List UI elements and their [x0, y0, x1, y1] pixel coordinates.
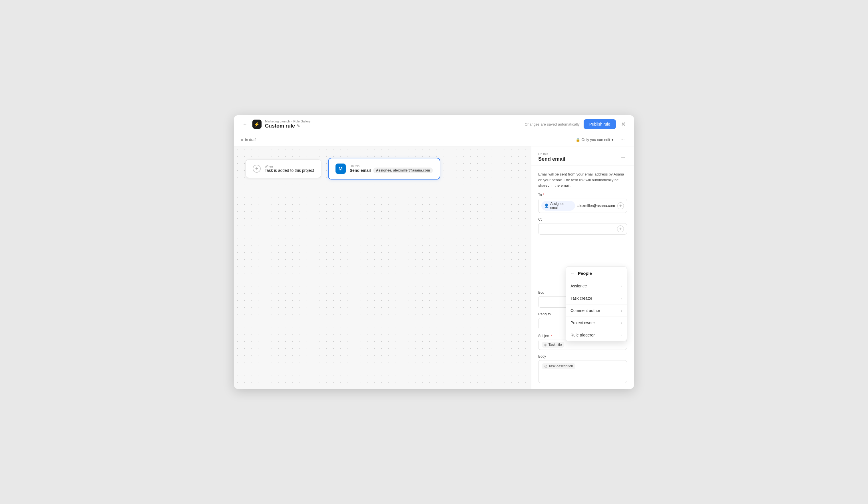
do-this-label: Do this: [350, 164, 433, 168]
task-desc-label: Task description: [548, 364, 573, 368]
right-panel: Do this Send email → Email will be sent …: [531, 146, 634, 389]
task-desc-tag: ◎ Task description: [542, 363, 575, 369]
chevron-right-icon: ›: [621, 321, 622, 325]
panel-title: Send email: [538, 156, 565, 162]
body-field[interactable]: ◎ Task description: [538, 360, 627, 383]
dropdown-header: ← People: [566, 266, 627, 280]
close-button[interactable]: ✕: [620, 119, 627, 129]
canvas: + When Task is added to this project M D…: [234, 146, 531, 389]
panel-do-this-label: Do this: [538, 152, 565, 156]
edit-icon[interactable]: ✎: [297, 124, 300, 128]
main-area: + When Task is added to this project M D…: [234, 146, 634, 389]
assignee-option-label: Assignee: [570, 284, 587, 288]
lightning-icon: ⚡: [252, 119, 261, 129]
breadcrumb: Marketing Launch › Rule Gallery: [265, 119, 311, 123]
publish-button[interactable]: Publish rule: [583, 119, 616, 129]
dropdown-item-task-creator[interactable]: Task creator ›: [566, 292, 627, 305]
when-add-icon[interactable]: +: [253, 165, 261, 173]
auto-save-text: Changes are saved automatically: [525, 122, 580, 126]
to-field-group: To 👤 Assignee email alexmiller@asana.com…: [538, 193, 627, 213]
chevron-right-icon: ›: [621, 333, 622, 337]
more-options-button[interactable]: ···: [618, 136, 627, 144]
to-add-button[interactable]: +: [617, 202, 624, 209]
chevron-down-icon: ▾: [612, 138, 613, 142]
draft-indicator: In draft: [241, 138, 256, 142]
body-label: Body: [538, 355, 627, 358]
cc-label: Cc: [538, 218, 627, 221]
task-icon: ◎: [544, 343, 547, 347]
toolbar-right: 🔒 Only you can edit ▾ ···: [574, 136, 627, 144]
header: ← ⚡ Marketing Launch › Rule Gallery Cust…: [234, 115, 634, 133]
project-owner-option-label: Project owner: [570, 321, 595, 325]
toolbar: In draft 🔒 Only you can edit ▾ ···: [234, 133, 634, 146]
dropdown-back-button[interactable]: ←: [570, 271, 575, 276]
cc-field-group: Cc +: [538, 218, 627, 234]
when-value: Task is added to this project: [265, 168, 314, 173]
chevron-right-icon: ›: [621, 308, 622, 313]
app-icon: M: [335, 164, 346, 174]
outlook-icon: M: [338, 166, 343, 172]
draft-dot: [241, 139, 243, 141]
people-dropdown: ← People Assignee › Task creator › Comme…: [566, 266, 627, 341]
task-title-label: Task title: [548, 343, 562, 347]
permission-label: Only you can edit: [582, 138, 610, 142]
rule-flow: + When Task is added to this project M D…: [246, 158, 520, 179]
when-card[interactable]: + When Task is added to this project: [246, 159, 321, 178]
header-right: Changes are saved automatically Publish …: [525, 119, 627, 129]
task-title-tag: ◎ Task title: [542, 342, 564, 348]
do-this-text: Do this Send email Assignee, alexmiller@…: [350, 164, 433, 173]
rule-triggerer-option-label: Rule triggerer: [570, 333, 595, 337]
panel-header: Do this Send email →: [531, 146, 634, 166]
assignee-email-label: Assignee email: [550, 202, 572, 210]
dropdown-title: People: [578, 271, 592, 276]
task-creator-option-label: Task creator: [570, 296, 592, 301]
page-title: Custom rule ✎: [265, 123, 311, 129]
do-this-card[interactable]: M Do this Send email Assignee, alexmille…: [328, 158, 440, 179]
task-desc-icon: ◎: [544, 364, 547, 368]
person-icon: 👤: [544, 203, 549, 208]
cc-add-button[interactable]: +: [617, 225, 624, 232]
dropdown-item-rule-triggerer[interactable]: Rule triggerer ›: [566, 329, 627, 341]
assignee-email-tag: 👤 Assignee email: [541, 201, 575, 211]
when-text: When Task is added to this project: [265, 165, 314, 173]
dropdown-item-comment-author[interactable]: Comment author ›: [566, 305, 627, 317]
panel-title-area: Do this Send email: [538, 152, 565, 162]
lock-icon: 🔒: [576, 138, 580, 142]
when-label: When: [265, 165, 314, 168]
panel-description: Email will be sent from your email addre…: [538, 171, 627, 188]
chevron-right-icon: ›: [621, 284, 622, 288]
body-field-group: Body ◎ Task description: [538, 355, 627, 383]
to-field-row[interactable]: 👤 Assignee email alexmiller@asana.com +: [538, 199, 627, 213]
permission-selector[interactable]: 🔒 Only you can edit ▾: [574, 136, 616, 143]
chevron-right-icon: ›: [621, 296, 622, 301]
recipient-tag: Assignee, alexmiller@asana.com: [373, 168, 433, 173]
email-value: alexmiller@asana.com: [577, 203, 615, 208]
do-this-value: Send email Assignee, alexmiller@asana.co…: [350, 168, 433, 173]
title-area: Marketing Launch › Rule Gallery Custom r…: [265, 119, 311, 129]
back-button[interactable]: ←: [241, 120, 249, 128]
back-icon: ←: [243, 122, 247, 127]
dropdown-item-assignee[interactable]: Assignee ›: [566, 280, 627, 292]
comment-author-option-label: Comment author: [570, 308, 600, 313]
main-window: ← ⚡ Marketing Launch › Rule Gallery Cust…: [234, 115, 634, 389]
panel-body: Email will be sent from your email addre…: [531, 166, 634, 389]
draft-label: In draft: [245, 138, 256, 142]
dropdown-item-project-owner[interactable]: Project owner ›: [566, 317, 627, 329]
to-label: To: [538, 193, 627, 197]
panel-collapse-button[interactable]: →: [619, 153, 627, 161]
cc-field-row[interactable]: +: [538, 223, 627, 234]
